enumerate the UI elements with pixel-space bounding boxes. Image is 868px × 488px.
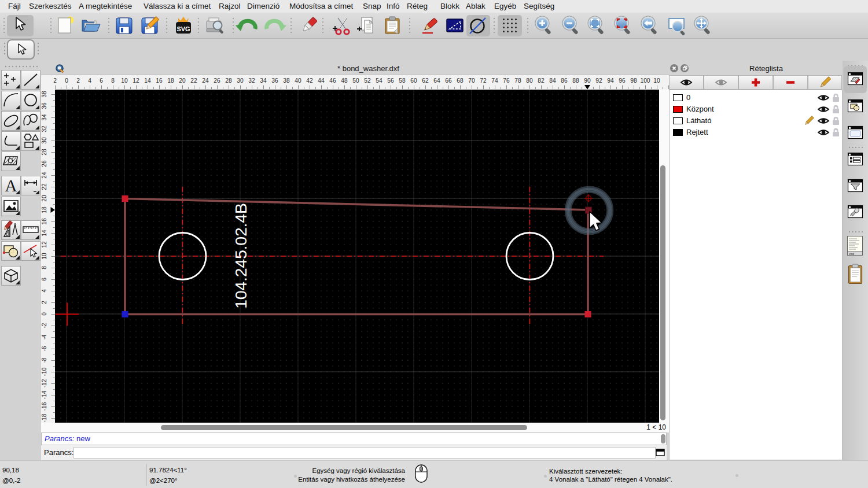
svg-text:52: 52 — [364, 77, 371, 84]
svg-text:22: 22 — [190, 77, 197, 84]
svg-text:-14: -14 — [41, 390, 47, 399]
svg-text:42: 42 — [306, 77, 313, 84]
svg-text:6: 6 — [41, 278, 47, 281]
svg-text:38: 38 — [41, 91, 47, 98]
svg-text:-16: -16 — [41, 402, 47, 411]
svg-text:26: 26 — [41, 160, 47, 167]
svg-text:-8: -8 — [41, 357, 47, 363]
svg-text:86: 86 — [561, 77, 568, 84]
svg-text:-4: -4 — [41, 334, 47, 339]
svg-text:66: 66 — [445, 77, 452, 84]
svg-text:8: 8 — [41, 266, 47, 269]
svg-text:10: 10 — [653, 77, 660, 84]
svg-text:-10: -10 — [41, 367, 47, 376]
svg-text:SVG: SVG — [176, 25, 190, 32]
svg-text:24: 24 — [202, 77, 209, 84]
svg-text:96: 96 — [619, 77, 626, 84]
svg-text:14: 14 — [41, 230, 47, 236]
svg-text:20: 20 — [179, 77, 186, 84]
svg-text:70: 70 — [468, 77, 475, 84]
svg-text:30: 30 — [237, 77, 244, 84]
svg-text:68: 68 — [457, 77, 464, 84]
svg-text:16: 16 — [41, 218, 47, 225]
svg-text:40: 40 — [295, 77, 301, 84]
svg-text:98: 98 — [630, 77, 637, 84]
svg-text:90: 90 — [584, 77, 591, 84]
svg-text:22: 22 — [41, 183, 47, 190]
svg-text:76: 76 — [503, 77, 510, 84]
svg-text:30: 30 — [41, 137, 47, 144]
svg-text:12: 12 — [41, 241, 47, 248]
svg-text:14: 14 — [144, 77, 151, 84]
svg-text:-18: -18 — [41, 413, 47, 422]
svg-text:104.245.02.4B: 104.245.02.4B — [231, 203, 250, 309]
svg-text:74: 74 — [491, 77, 498, 84]
svg-text:A: A — [5, 176, 17, 195]
svg-text:4: 4 — [41, 289, 47, 293]
svg-text:58: 58 — [399, 77, 406, 84]
svg-text:48: 48 — [341, 77, 348, 84]
svg-text:100: 100 — [641, 77, 650, 84]
svg-text:50: 50 — [352, 77, 359, 84]
svg-text:92: 92 — [595, 77, 602, 84]
svg-text:26: 26 — [214, 77, 220, 84]
svg-text:-6: -6 — [41, 346, 47, 351]
svg-text:46: 46 — [329, 77, 336, 84]
svg-text:54: 54 — [376, 77, 382, 84]
svg-text:18: 18 — [41, 206, 47, 213]
svg-text:78: 78 — [514, 77, 521, 84]
svg-text:10: 10 — [41, 253, 47, 260]
svg-text:24: 24 — [41, 172, 47, 179]
svg-text:80: 80 — [526, 77, 533, 84]
svg-text:18: 18 — [167, 77, 174, 84]
svg-text:20: 20 — [41, 195, 47, 202]
svg-text:-2: -2 — [41, 323, 47, 328]
svg-text:0: 0 — [65, 77, 68, 84]
svg-text:0: 0 — [41, 312, 47, 316]
svg-text:2: 2 — [41, 301, 47, 304]
svg-text:84: 84 — [549, 77, 556, 84]
svg-text:28: 28 — [225, 77, 232, 84]
svg-text:28: 28 — [41, 149, 47, 156]
svg-text:36: 36 — [41, 102, 47, 109]
svg-text:34: 34 — [41, 114, 47, 121]
svg-text:10: 10 — [121, 77, 128, 84]
svg-text:12: 12 — [133, 77, 139, 84]
svg-text:2: 2 — [53, 77, 57, 84]
svg-text:2: 2 — [76, 77, 80, 84]
svg-text:38: 38 — [283, 77, 290, 84]
svg-text:72: 72 — [480, 77, 487, 84]
svg-text:16: 16 — [156, 77, 163, 84]
svg-text:82: 82 — [538, 77, 545, 84]
svg-text:56: 56 — [387, 77, 394, 84]
svg-text:4: 4 — [88, 77, 91, 84]
svg-text:32: 32 — [248, 77, 255, 84]
svg-text:60: 60 — [410, 77, 417, 84]
svg-text:88: 88 — [572, 77, 579, 84]
svg-text:8: 8 — [111, 77, 115, 84]
svg-text:94: 94 — [607, 77, 614, 84]
svg-text:64: 64 — [433, 77, 440, 84]
svg-text:44: 44 — [318, 77, 325, 84]
svg-text:6: 6 — [100, 77, 103, 84]
svg-text:36: 36 — [271, 77, 278, 84]
svg-text:62: 62 — [422, 77, 429, 84]
svg-text:32: 32 — [41, 125, 47, 132]
svg-text:cmd: cmd — [849, 253, 854, 256]
svg-text:-12: -12 — [41, 379, 47, 387]
svg-text:34: 34 — [260, 77, 267, 84]
